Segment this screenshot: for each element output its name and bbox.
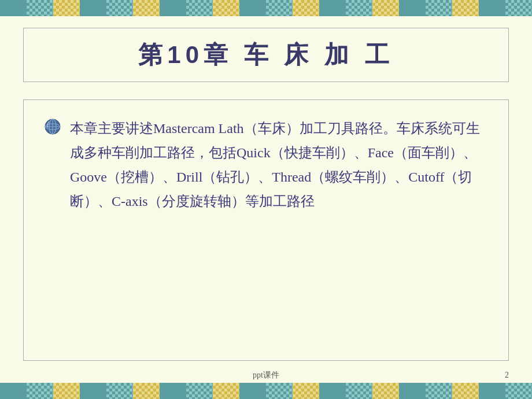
border-tile: [27, 0, 53, 16]
border-tile: [80, 0, 106, 16]
border-tile: [293, 383, 319, 399]
border-tile: [319, 383, 346, 399]
border-tile: [399, 383, 426, 399]
border-tile: [266, 383, 293, 399]
border-tile: [133, 383, 160, 399]
slide-title: 第10章 车 床 加 工: [138, 41, 393, 68]
main-content: 第10章 车 床 加 工 本章主要讲述Mastercam Lath（车床）加工刀…: [0, 16, 532, 367]
border-tile: [213, 383, 239, 399]
border-tile: [452, 0, 479, 16]
bullet-icon: [45, 119, 61, 135]
border-tile: [80, 383, 106, 399]
footer: ppt课件 2: [0, 367, 532, 383]
content-inner: 本章主要讲述Mastercam Lath（车床）加工刀具路径。车床系统可生成多种…: [45, 116, 487, 213]
border-tile: [505, 383, 532, 399]
border-tile: [106, 383, 133, 399]
border-tile: [0, 0, 27, 16]
border-tile: [399, 0, 426, 16]
page-number: 2: [505, 371, 509, 380]
top-border: [0, 0, 532, 16]
border-tile: [426, 383, 452, 399]
border-tile: [293, 0, 319, 16]
border-tile: [186, 383, 213, 399]
border-tile: [346, 0, 372, 16]
border-tile: [372, 0, 399, 16]
border-tile: [160, 383, 186, 399]
border-tile: [505, 0, 532, 16]
border-tile: [186, 0, 213, 16]
border-tile: [452, 383, 479, 399]
title-box: 第10章 车 床 加 工: [23, 28, 509, 82]
border-tile: [319, 0, 346, 16]
border-tile: [479, 0, 505, 16]
border-tile: [106, 0, 133, 16]
border-tile: [372, 383, 399, 399]
footer-label: ppt课件: [253, 370, 279, 380]
border-tile: [27, 383, 53, 399]
border-tile: [53, 0, 80, 16]
content-paragraph: 本章主要讲述Mastercam Lath（车床）加工刀具路径。车床系统可生成多种…: [70, 116, 487, 213]
border-tile: [266, 0, 293, 16]
bottom-border: [0, 383, 532, 399]
border-tile: [0, 383, 27, 399]
border-tile: [53, 383, 80, 399]
border-tile: [426, 0, 452, 16]
border-tile: [133, 0, 160, 16]
border-tile: [160, 0, 186, 16]
border-tile: [479, 383, 505, 399]
border-tile: [346, 383, 372, 399]
content-box: 本章主要讲述Mastercam Lath（车床）加工刀具路径。车床系统可生成多种…: [23, 99, 509, 361]
slide: 第10章 车 床 加 工 本章主要讲述Mastercam Lath（车床）加工刀…: [0, 0, 532, 399]
border-tile: [213, 0, 239, 16]
border-tile: [239, 0, 266, 16]
border-tile: [239, 383, 266, 399]
